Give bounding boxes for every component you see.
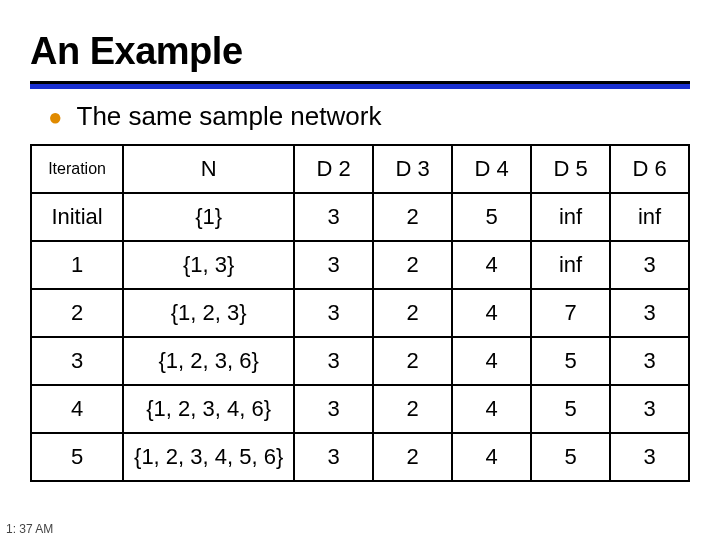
cell-iter: 2: [31, 289, 123, 337]
table-row: 2{1, 2, 3}32473: [31, 289, 689, 337]
cell-d4: 4: [452, 289, 531, 337]
col-header-d2: D 2: [294, 145, 373, 193]
table-header-row: Iteration N D 2 D 3 D 4 D 5 D 6: [31, 145, 689, 193]
col-header-iteration: Iteration: [31, 145, 123, 193]
cell-d3: 2: [373, 337, 452, 385]
cell-d2: 3: [294, 241, 373, 289]
cell-d2: 3: [294, 433, 373, 481]
cell-d2: 3: [294, 289, 373, 337]
cell-d4: 5: [452, 193, 531, 241]
bullet-dot-icon: ●: [48, 105, 63, 129]
cell-d6: inf: [610, 193, 689, 241]
col-header-d5: D 5: [531, 145, 610, 193]
cell-d5: inf: [531, 193, 610, 241]
cell-n: {1, 2, 3, 6}: [123, 337, 294, 385]
iteration-table: Iteration N D 2 D 3 D 4 D 5 D 6 Initial{…: [30, 144, 690, 482]
cell-d3: 2: [373, 289, 452, 337]
title-rule: [30, 81, 690, 89]
col-header-d6: D 6: [610, 145, 689, 193]
table-row: 1{1, 3}324inf3: [31, 241, 689, 289]
cell-d5: 7: [531, 289, 610, 337]
cell-d2: 3: [294, 193, 373, 241]
cell-d3: 2: [373, 385, 452, 433]
table-row: 3{1, 2, 3, 6}32453: [31, 337, 689, 385]
table-row: 4{1, 2, 3, 4, 6}32453: [31, 385, 689, 433]
cell-n: {1, 2, 3, 4, 6}: [123, 385, 294, 433]
cell-d5: 5: [531, 337, 610, 385]
slide-title: An Example: [0, 0, 720, 81]
cell-d2: 3: [294, 385, 373, 433]
cell-d5: 5: [531, 433, 610, 481]
cell-d4: 4: [452, 433, 531, 481]
cell-d4: 4: [452, 337, 531, 385]
cell-d6: 3: [610, 289, 689, 337]
cell-d4: 4: [452, 385, 531, 433]
cell-iter: 3: [31, 337, 123, 385]
cell-d6: 3: [610, 385, 689, 433]
cell-n: {1}: [123, 193, 294, 241]
cell-d5: inf: [531, 241, 610, 289]
cell-d3: 2: [373, 193, 452, 241]
cell-iter: 5: [31, 433, 123, 481]
cell-iter: 4: [31, 385, 123, 433]
col-header-d3: D 3: [373, 145, 452, 193]
table-row: 5{1, 2, 3, 4, 5, 6}32453: [31, 433, 689, 481]
cell-d3: 2: [373, 433, 452, 481]
bullet-text: The same sample network: [77, 101, 382, 132]
cell-n: {1, 2, 3}: [123, 289, 294, 337]
col-header-n: N: [123, 145, 294, 193]
cell-iter: Initial: [31, 193, 123, 241]
cell-d4: 4: [452, 241, 531, 289]
col-header-d4: D 4: [452, 145, 531, 193]
cell-d5: 5: [531, 385, 610, 433]
cell-d3: 2: [373, 241, 452, 289]
bullet-line: ● The same sample network: [0, 89, 720, 144]
cell-d2: 3: [294, 337, 373, 385]
cell-n: {1, 3}: [123, 241, 294, 289]
cell-n: {1, 2, 3, 4, 5, 6}: [123, 433, 294, 481]
cell-iter: 1: [31, 241, 123, 289]
cell-d6: 3: [610, 433, 689, 481]
cell-d6: 3: [610, 337, 689, 385]
cell-d6: 3: [610, 241, 689, 289]
timestamp-label: 1: 37 AM: [6, 522, 53, 536]
table-row: Initial{1}325infinf: [31, 193, 689, 241]
